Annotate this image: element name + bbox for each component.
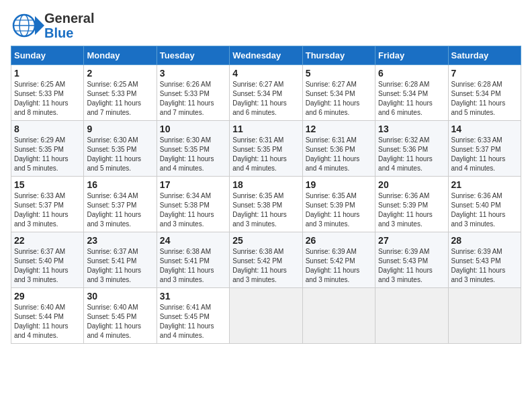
calendar-cell: 26Sunrise: 6:39 AM Sunset: 5:42 PM Dayli… xyxy=(302,232,375,288)
column-header-tuesday: Tuesday xyxy=(157,46,229,65)
day-number: 19 xyxy=(306,179,372,190)
column-header-wednesday: Wednesday xyxy=(230,46,302,65)
day-info: Sunrise: 6:39 AM Sunset: 5:43 PM Dayligh… xyxy=(451,247,518,285)
day-number: 3 xyxy=(160,68,226,79)
calendar-week-row: 1Sunrise: 6:25 AM Sunset: 5:33 PM Daylig… xyxy=(11,65,521,121)
calendar-cell: 25Sunrise: 6:38 AM Sunset: 5:42 PM Dayli… xyxy=(230,232,302,288)
day-info: Sunrise: 6:37 AM Sunset: 5:40 PM Dayligh… xyxy=(14,247,81,285)
calendar-cell: 13Sunrise: 6:32 AM Sunset: 5:36 PM Dayli… xyxy=(375,121,448,177)
day-number: 10 xyxy=(160,124,226,134)
day-number: 29 xyxy=(14,291,81,302)
calendar-cell: 1Sunrise: 6:25 AM Sunset: 5:33 PM Daylig… xyxy=(11,65,84,121)
day-info: Sunrise: 6:40 AM Sunset: 5:45 PM Dayligh… xyxy=(87,303,153,340)
calendar-cell: 18Sunrise: 6:35 AM Sunset: 5:38 PM Dayli… xyxy=(230,177,302,232)
calendar-cell: 8Sunrise: 6:29 AM Sunset: 5:35 PM Daylig… xyxy=(11,121,84,177)
day-number: 26 xyxy=(306,235,372,246)
calendar-cell: 20Sunrise: 6:36 AM Sunset: 5:39 PM Dayli… xyxy=(375,177,448,232)
day-number: 24 xyxy=(160,235,226,246)
day-number: 1 xyxy=(14,68,81,79)
day-number: 11 xyxy=(232,124,299,134)
calendar-cell: 28Sunrise: 6:39 AM Sunset: 5:43 PM Dayli… xyxy=(448,232,521,288)
page-header: General Blue xyxy=(11,11,521,40)
day-info: Sunrise: 6:25 AM Sunset: 5:33 PM Dayligh… xyxy=(87,80,153,118)
day-number: 4 xyxy=(232,68,299,79)
calendar-cell xyxy=(230,288,302,344)
calendar-cell: 6Sunrise: 6:28 AM Sunset: 5:34 PM Daylig… xyxy=(375,65,448,121)
calendar-cell: 16Sunrise: 6:34 AM Sunset: 5:37 PM Dayli… xyxy=(84,177,157,232)
day-info: Sunrise: 6:28 AM Sunset: 5:34 PM Dayligh… xyxy=(451,80,518,118)
calendar-cell: 12Sunrise: 6:31 AM Sunset: 5:36 PM Dayli… xyxy=(302,121,375,177)
day-info: Sunrise: 6:41 AM Sunset: 5:45 PM Dayligh… xyxy=(160,303,226,340)
day-info: Sunrise: 6:36 AM Sunset: 5:39 PM Dayligh… xyxy=(378,191,445,229)
day-info: Sunrise: 6:39 AM Sunset: 5:43 PM Dayligh… xyxy=(378,247,445,285)
day-info: Sunrise: 6:31 AM Sunset: 5:36 PM Dayligh… xyxy=(306,136,372,173)
day-number: 31 xyxy=(160,291,226,302)
svg-marker-5 xyxy=(35,16,44,35)
day-number: 7 xyxy=(451,68,518,79)
day-info: Sunrise: 6:25 AM Sunset: 5:33 PM Dayligh… xyxy=(14,80,81,118)
calendar-cell: 3Sunrise: 6:26 AM Sunset: 5:33 PM Daylig… xyxy=(157,65,229,121)
day-info: Sunrise: 6:32 AM Sunset: 5:36 PM Dayligh… xyxy=(378,136,445,173)
day-info: Sunrise: 6:35 AM Sunset: 5:38 PM Dayligh… xyxy=(232,191,299,229)
day-info: Sunrise: 6:40 AM Sunset: 5:44 PM Dayligh… xyxy=(14,303,81,340)
calendar-cell: 23Sunrise: 6:37 AM Sunset: 5:41 PM Dayli… xyxy=(84,232,157,288)
calendar-cell: 17Sunrise: 6:34 AM Sunset: 5:38 PM Dayli… xyxy=(157,177,229,232)
day-number: 22 xyxy=(14,235,81,246)
calendar-cell: 15Sunrise: 6:33 AM Sunset: 5:37 PM Dayli… xyxy=(11,177,84,232)
day-info: Sunrise: 6:37 AM Sunset: 5:41 PM Dayligh… xyxy=(87,247,153,285)
calendar-cell: 5Sunrise: 6:27 AM Sunset: 5:34 PM Daylig… xyxy=(302,65,375,121)
day-number: 2 xyxy=(87,68,153,79)
logo-icon xyxy=(11,11,44,40)
calendar-cell xyxy=(448,288,521,344)
day-number: 20 xyxy=(378,179,445,190)
day-number: 16 xyxy=(87,179,153,190)
calendar-cell: 9Sunrise: 6:30 AM Sunset: 5:35 PM Daylig… xyxy=(84,121,157,177)
day-info: Sunrise: 6:27 AM Sunset: 5:34 PM Dayligh… xyxy=(306,80,372,118)
day-number: 28 xyxy=(451,235,518,246)
logo: General Blue xyxy=(11,11,94,40)
day-number: 21 xyxy=(451,179,518,190)
calendar-cell: 14Sunrise: 6:33 AM Sunset: 5:37 PM Dayli… xyxy=(448,121,521,177)
day-info: Sunrise: 6:38 AM Sunset: 5:42 PM Dayligh… xyxy=(232,247,299,285)
calendar-header-row: SundayMondayTuesdayWednesdayThursdayFrid… xyxy=(11,46,521,65)
calendar-cell: 10Sunrise: 6:30 AM Sunset: 5:35 PM Dayli… xyxy=(157,121,229,177)
day-number: 30 xyxy=(87,291,153,302)
calendar-cell: 19Sunrise: 6:35 AM Sunset: 5:39 PM Dayli… xyxy=(302,177,375,232)
day-info: Sunrise: 6:34 AM Sunset: 5:37 PM Dayligh… xyxy=(87,191,153,229)
day-number: 18 xyxy=(232,179,299,190)
calendar-cell: 31Sunrise: 6:41 AM Sunset: 5:45 PM Dayli… xyxy=(157,288,229,344)
day-info: Sunrise: 6:28 AM Sunset: 5:34 PM Dayligh… xyxy=(378,80,445,118)
day-info: Sunrise: 6:38 AM Sunset: 5:41 PM Dayligh… xyxy=(160,247,226,285)
calendar-table: SundayMondayTuesdayWednesdayThursdayFrid… xyxy=(11,46,521,344)
day-info: Sunrise: 6:39 AM Sunset: 5:42 PM Dayligh… xyxy=(306,247,372,285)
day-info: Sunrise: 6:30 AM Sunset: 5:35 PM Dayligh… xyxy=(160,136,226,173)
column-header-monday: Monday xyxy=(84,46,157,65)
day-info: Sunrise: 6:34 AM Sunset: 5:38 PM Dayligh… xyxy=(160,191,226,229)
day-number: 27 xyxy=(378,235,445,246)
calendar-cell: 7Sunrise: 6:28 AM Sunset: 5:34 PM Daylig… xyxy=(448,65,521,121)
calendar-cell: 22Sunrise: 6:37 AM Sunset: 5:40 PM Dayli… xyxy=(11,232,84,288)
calendar-cell xyxy=(302,288,375,344)
calendar-cell: 2Sunrise: 6:25 AM Sunset: 5:33 PM Daylig… xyxy=(84,65,157,121)
column-header-friday: Friday xyxy=(375,46,448,65)
calendar-cell: 24Sunrise: 6:38 AM Sunset: 5:41 PM Dayli… xyxy=(157,232,229,288)
day-number: 8 xyxy=(14,124,81,134)
day-info: Sunrise: 6:33 AM Sunset: 5:37 PM Dayligh… xyxy=(14,191,81,229)
day-info: Sunrise: 6:33 AM Sunset: 5:37 PM Dayligh… xyxy=(451,136,518,173)
calendar-week-row: 8Sunrise: 6:29 AM Sunset: 5:35 PM Daylig… xyxy=(11,121,521,177)
calendar-cell: 11Sunrise: 6:31 AM Sunset: 5:35 PM Dayli… xyxy=(230,121,302,177)
day-number: 12 xyxy=(306,124,372,134)
calendar-week-row: 22Sunrise: 6:37 AM Sunset: 5:40 PM Dayli… xyxy=(11,232,521,288)
day-number: 23 xyxy=(87,235,153,246)
calendar-week-row: 15Sunrise: 6:33 AM Sunset: 5:37 PM Dayli… xyxy=(11,177,521,232)
day-number: 17 xyxy=(160,179,226,190)
day-number: 15 xyxy=(14,179,81,190)
calendar-cell: 21Sunrise: 6:36 AM Sunset: 5:40 PM Dayli… xyxy=(448,177,521,232)
column-header-thursday: Thursday xyxy=(302,46,375,65)
column-header-saturday: Saturday xyxy=(448,46,521,65)
calendar-cell: 4Sunrise: 6:27 AM Sunset: 5:34 PM Daylig… xyxy=(230,65,302,121)
day-info: Sunrise: 6:29 AM Sunset: 5:35 PM Dayligh… xyxy=(14,136,81,173)
day-number: 5 xyxy=(306,68,372,79)
day-info: Sunrise: 6:27 AM Sunset: 5:34 PM Dayligh… xyxy=(232,80,299,118)
day-info: Sunrise: 6:30 AM Sunset: 5:35 PM Dayligh… xyxy=(87,136,153,173)
